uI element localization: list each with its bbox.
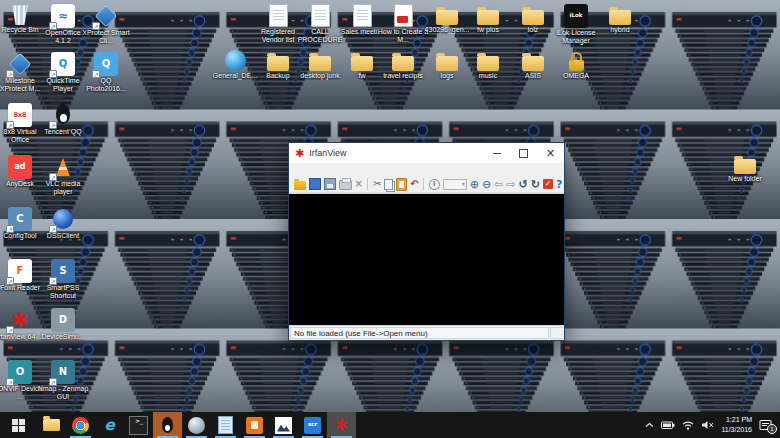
toolbar-button[interactable]: ⇨ [505, 177, 517, 192]
file-explorer-icon [43, 419, 60, 431]
folder-icon [477, 56, 499, 71]
ilok-icon: iLok [564, 4, 588, 28]
thumbnails-icon [309, 178, 321, 190]
toolbar-button[interactable] [383, 177, 395, 192]
help-icon: ? [556, 179, 562, 190]
close-button[interactable] [537, 143, 564, 163]
minimize-button[interactable] [483, 143, 510, 163]
menu-view[interactable] [331, 169, 341, 171]
menu-image[interactable] [311, 169, 321, 171]
taskbar-internet-explorer[interactable]: e [95, 412, 124, 438]
maximize-button[interactable] [510, 143, 537, 163]
desktop-icon[interactable]: VLC media player [37, 155, 89, 197]
quicktime-icon: Q [51, 52, 75, 76]
window-title: IrfanView [309, 148, 346, 158]
desktop-icon[interactable]: DSSClient [37, 207, 89, 240]
icon-glyph: C [16, 214, 23, 224]
toolbar-button[interactable]: ✂ [371, 177, 382, 192]
status-text: No file loaded (use File->Open menu) [290, 327, 549, 339]
taskbar-clock[interactable]: 1:21 PM 11/3/2016 [721, 415, 752, 435]
image-canvas [289, 193, 564, 325]
toolbar-button[interactable] [307, 177, 322, 192]
shortcut-arrow-icon [49, 277, 57, 285]
folder-icon [522, 10, 544, 25]
wifi-icon[interactable] [682, 420, 694, 430]
shortcut-arrow-icon [92, 22, 100, 30]
toolbar-button[interactable]: ↺ [517, 177, 529, 192]
desktop-icon[interactable]: XProtect Smart Cli... [80, 4, 132, 46]
menu-options[interactable] [321, 169, 331, 171]
copy-icon [384, 179, 393, 190]
titlebar[interactable]: ✱ IrfanView [289, 143, 564, 163]
battery-icon[interactable] [661, 420, 675, 430]
print-icon [339, 180, 352, 190]
taskbar-setup-app[interactable] [240, 412, 269, 438]
toolbar-button[interactable]: ⇦ [493, 177, 505, 192]
desktop-icon[interactable]: New folder [719, 153, 771, 183]
chrome-icon [72, 417, 89, 434]
desktop-icon-label: VLC media player [37, 180, 89, 197]
desktop-icon-label: hybrid [594, 26, 646, 34]
toolbar-button[interactable] [395, 177, 409, 192]
sphere-icon [188, 417, 205, 434]
system-tray: 1:21 PM 11/3/2016 1 [645, 412, 780, 438]
setup-icon [246, 417, 263, 434]
document-icon [353, 4, 372, 27]
desktop-icon[interactable]: N Nmap - Zenmap GUI [37, 360, 89, 402]
toolbar-button[interactable]: × [353, 177, 364, 192]
milestone-icon [8, 52, 32, 76]
toolbar-button[interactable] [322, 177, 337, 192]
taskbar-tencent-qq[interactable] [153, 412, 182, 438]
taskbar-8x8-app[interactable] [182, 412, 211, 438]
toolbar-button[interactable] [337, 177, 353, 192]
action-center-icon[interactable]: 1 [759, 419, 775, 431]
qq-icon [159, 417, 176, 434]
toolbar-button[interactable]: ? [554, 177, 563, 192]
ie-icon: e [101, 417, 118, 434]
icon-glyph: ad [14, 163, 25, 171]
taskbar-photos[interactable] [269, 412, 298, 438]
desktop-icon[interactable]: Q QQ Photo2016... [80, 52, 132, 94]
desktop-icon[interactable]: S SmartPSS Shortcut [37, 259, 89, 301]
previous-image-icon: ⇦ [494, 179, 503, 190]
folder-icon [392, 56, 414, 71]
menu-edit[interactable] [301, 169, 311, 171]
toolbar-button[interactable]: ▾ [441, 177, 468, 192]
statusbar: No file loaded (use File->Open menu) [289, 325, 564, 340]
taskbar-text-document[interactable] [211, 412, 240, 438]
folder-icon [436, 56, 458, 71]
resize-grip[interactable] [550, 327, 563, 339]
toolbar-button[interactable]: ⊖ [480, 177, 492, 192]
zoom-in-icon: ⊕ [470, 179, 479, 190]
irfanview-icon: ✱ [8, 308, 32, 332]
shortcut-arrow-icon [49, 378, 57, 386]
toolbar-button[interactable]: ↶ [409, 177, 420, 192]
desktop-icon[interactable]: Tencent QQ [37, 103, 89, 136]
toolbar: ×✂↶i▾⊕⊖⇦⇨↺↻✓? [289, 176, 564, 193]
shortcut-arrow-icon [6, 378, 14, 386]
toolbar-button[interactable]: i [427, 177, 441, 192]
clock-date: 11/3/2016 [721, 425, 752, 435]
toolbar-button[interactable]: ⊕ [468, 177, 480, 192]
volume-muted-icon[interactable] [701, 420, 714, 430]
desktop-icon[interactable]: hybrid [594, 4, 646, 34]
icon-glyph: ✱ [12, 310, 29, 330]
start-button[interactable] [0, 412, 37, 438]
toolbar-button[interactable]: ↻ [529, 177, 541, 192]
desktop-icon[interactable]: D DeviceSimu... [37, 308, 89, 341]
menu-file[interactable] [291, 169, 301, 171]
taskbar-chrome[interactable] [66, 412, 95, 438]
shortcut-arrow-icon [49, 121, 57, 129]
taskbar-irfanview[interactable]: ✱ [327, 412, 356, 438]
taskbar-file-explorer[interactable] [37, 412, 66, 438]
toolbar-button[interactable] [292, 177, 307, 192]
taskbar-command-prompt[interactable]: >_ [124, 412, 153, 438]
toolbar-button[interactable]: ✓ [541, 177, 554, 192]
desktop-icon[interactable]: OMEGA [550, 50, 602, 80]
taskbar-screen-app[interactable]: scr [298, 412, 327, 438]
undo-icon: ↶ [410, 179, 418, 189]
menu-help[interactable] [341, 169, 351, 171]
irfanview-logo-icon: ✱ [295, 148, 304, 159]
folder-icon [436, 10, 458, 25]
chevron-up-icon[interactable] [645, 422, 654, 428]
